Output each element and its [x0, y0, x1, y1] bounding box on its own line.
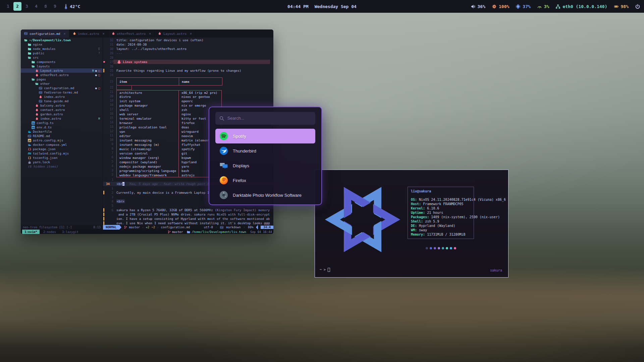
power-button[interactable] — [635, 4, 640, 9]
tree-item-contact-astro[interactable]: contact.astro — [21, 108, 103, 112]
tree-item-astro-config-mjs[interactable]: JSastro.config.mjs — [21, 138, 103, 142]
tree-item-package-json[interactable]: {}package.json — [21, 147, 103, 151]
tree-item-yarn-lock[interactable]: yarn.lock — [21, 160, 103, 164]
topbar-module-cpu[interactable]: 3% — [537, 4, 549, 9]
topbar-module-brightness[interactable]: 100% — [492, 4, 509, 9]
cpu-value: 3% — [544, 4, 549, 9]
launcher-item-darktable-photo-workflow-software[interactable]: Darktable Photo Workflow Software — [215, 188, 315, 200]
launcher-search[interactable] — [215, 112, 315, 125]
tree-item-label: package.json — [33, 147, 56, 151]
close-tab-icon[interactable]: × — [64, 32, 66, 36]
tab-configuration-md[interactable]: configuration.md× — [21, 29, 69, 38]
tree-item-node-modules[interactable]: node_modulesE — [21, 47, 103, 51]
tree-item-config-ts[interactable]: TSconfig.ts — [21, 121, 103, 125]
table-cell-item: nodejs package manager — [116, 164, 179, 169]
topbar-module-volume[interactable]: 36% — [471, 4, 485, 9]
tab-otherpost-astro[interactable]: otherPost.astro× — [108, 29, 155, 38]
tree-item-index-astro[interactable]: index.astroH — [21, 116, 103, 121]
tree-item-tone-guide-md[interactable]: tone-guide.md — [21, 99, 103, 103]
ethernet-icon — [556, 4, 560, 9]
tree-item-layouts[interactable]: layouts — [21, 64, 103, 68]
tree-item-tailwind-config-mjs[interactable]: tailwind.config.mjs — [21, 151, 103, 156]
markdown-table-separator: 22 — [103, 86, 273, 90]
tree-item-otherpost-astro[interactable]: otherPost.astro●□ — [21, 73, 103, 77]
tree-item-label: config.ts — [37, 121, 54, 125]
workspace-button-4[interactable]: 4 — [32, 2, 40, 11]
tree-item-src[interactable]: src — [21, 55, 103, 60]
topbar-module-network[interactable]: eth0 (10.0.0.140) — [556, 4, 607, 9]
launcher-item-spotify[interactable]: Spotify — [215, 129, 315, 143]
tree-item-balcony-astro[interactable]: balcony.astro — [21, 103, 103, 108]
tree-item-layout-astro[interactable]: Layout.astroH●□ — [21, 68, 103, 73]
tree-item-dockerfile[interactable]: Dockerfile — [21, 129, 103, 134]
editor-line: 26 — [103, 64, 273, 68]
fetch-field-de: DE: Hyprland (Wayland) — [411, 224, 471, 228]
segment-separator: ‹ — [244, 226, 245, 229]
gutter-sign — [103, 51, 105, 55]
workspace-button-2[interactable]: 2 — [13, 2, 21, 11]
gutter-number: 10 — [105, 138, 113, 142]
tree-item-fediverse-terms-md[interactable]: fediverse-terms.md — [21, 90, 103, 95]
editor-text: title: configuration for devices i use (… — [116, 38, 204, 42]
tmux-window-3-lazygit[interactable]: 3:lazygit — [60, 230, 81, 234]
tree-item-configuration-md[interactable]: configuration.md●□ — [21, 86, 103, 90]
tree-item-garden-astro[interactable]: garden.astro — [21, 112, 103, 116]
tab-layout-astro[interactable]: Layout.astro× — [155, 29, 196, 38]
tree-item-public[interactable]: public? — [21, 51, 103, 55]
search-input[interactable] — [227, 116, 311, 121]
tree-item-other[interactable]: other — [21, 81, 103, 86]
workspace-button-3[interactable]: 3 — [23, 2, 31, 11]
tree-item-index-astro[interactable]: index.astro — [21, 95, 103, 99]
table-cell-item: architecture — [116, 90, 179, 95]
temperature-module[interactable]: 42°C — [64, 4, 80, 9]
topbar-module-battery[interactable]: 98% — [614, 4, 629, 9]
launcher-item-thunderbird[interactable]: Thunderbird — [215, 143, 315, 158]
battery-value: 98% — [621, 4, 629, 9]
tree-item-label: nginx — [33, 43, 42, 46]
launcher-item-label: Spotify — [233, 134, 246, 139]
tab-index-astro[interactable]: index.astro× — [69, 29, 108, 38]
tree-item-label: node_modules — [33, 47, 56, 51]
badge: H — [98, 117, 100, 120]
gutter-number: 9 — [105, 142, 113, 147]
tree-item-tsconfig-json[interactable]: {}tsconfig.json — [21, 156, 103, 160]
tree-item-readme-md[interactable]: README.md — [21, 134, 103, 138]
tmux-window-2-nodes[interactable]: 2:nodes — [41, 230, 58, 234]
close-tab-icon[interactable]: × — [190, 32, 192, 36]
tree-item-label: yarn.lock — [33, 160, 50, 164]
close-tab-icon[interactable]: × — [149, 32, 151, 36]
tree-item-nginx[interactable]: nginx — [21, 42, 103, 47]
workspace-button-1[interactable]: 1 — [4, 2, 12, 11]
tree-item-development-liv-town[interactable]: ~/Development/liv.town — [21, 38, 103, 42]
clock-module[interactable]: 04:44 PM Wednesday Sep 04 — [287, 4, 357, 9]
gutter-sign — [103, 90, 105, 95]
table-row-distro: 20distronixos or gentoo — [103, 95, 273, 99]
tree-item-label: tone-guide.md — [44, 99, 68, 103]
tree-item-components[interactable]: components — [21, 60, 103, 64]
workspace-button-9[interactable]: 9 — [51, 2, 59, 11]
tree-item-label: pages — [37, 77, 46, 81]
neo-tree-panel[interactable]: ~/Development/liv.townnginxnode_modulesE… — [21, 38, 103, 225]
shell-prompt[interactable]: ~ > — [320, 267, 330, 272]
gutter-number: 26 — [105, 65, 113, 68]
astro-icon — [35, 113, 39, 116]
tree-item-label: fediverse-terms.md — [44, 90, 78, 94]
tree-item-env-d-ts[interactable]: TSenv.d.ts — [21, 125, 103, 129]
terminal-window[interactable]: liv@sakura OS: NixOS 24.11.20240828.71e9… — [315, 170, 508, 278]
tree-item-pages[interactable]: pages — [21, 77, 103, 81]
gutter-number: 5 — [105, 204, 113, 207]
topbar-module-memory[interactable]: 37% — [516, 4, 530, 9]
launcher-item-displays[interactable]: Displays — [215, 158, 315, 173]
tree-item-docker-compose-yml[interactable]: docker-compose.yml — [21, 142, 103, 147]
tree-item-label: contact.astro — [40, 108, 65, 112]
launcher-item-firefox[interactable]: Firefox — [215, 173, 315, 188]
editor-line: 24 — [103, 73, 273, 77]
app-launcher: SpotifyThunderbirdDisplaysFirefoxDarktab… — [209, 107, 322, 205]
tmux-window-1-nvim[interactable]: 1:nvim* — [22, 230, 40, 234]
gutter-sign — [103, 208, 105, 212]
workspace-button-8[interactable]: 8 — [42, 2, 50, 11]
palette-dot — [450, 247, 452, 249]
speaker-icon — [471, 4, 475, 9]
close-tab-icon[interactable]: × — [102, 32, 104, 36]
tree-item-6-hidden-items[interactable]: (6 hidden items) — [21, 164, 103, 169]
